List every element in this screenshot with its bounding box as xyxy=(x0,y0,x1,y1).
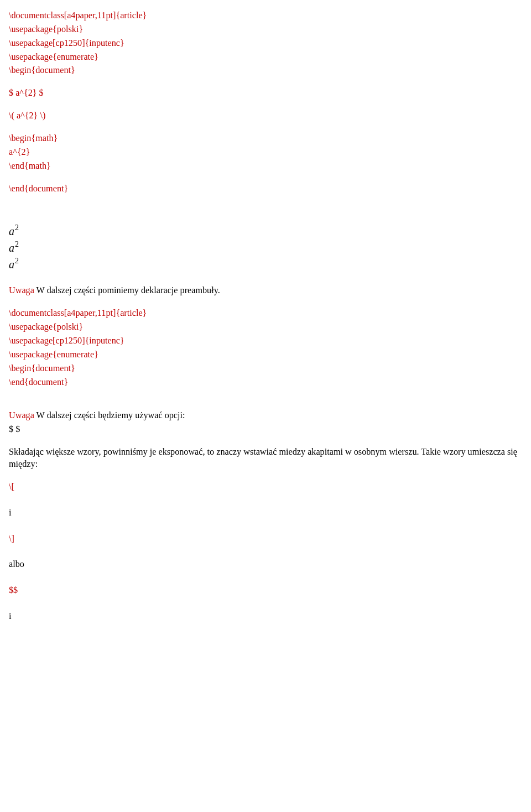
latex-preamble-block-2: \documentclass[a4paper,11pt]{article} \u… xyxy=(9,308,524,388)
math-base: a xyxy=(9,223,14,240)
text-i: i xyxy=(9,507,524,519)
code-line: \begin{document} xyxy=(9,65,524,77)
code-line: \end{document} xyxy=(9,183,524,195)
note-text: W dalszej części będziemy używać opcji: xyxy=(37,410,185,420)
code-line: \documentclass[a4paper,11pt]{article} xyxy=(9,308,524,320)
math-a-squared: a 2 xyxy=(9,223,524,240)
text-albo: albo xyxy=(9,559,524,571)
code-line: \usepackage[cp1250]{inputenc} xyxy=(9,335,524,347)
code-line: \end{math} xyxy=(9,160,524,173)
bracket-open: \[ xyxy=(9,481,524,493)
note-line: Uwaga W dalszej części pominiemy deklara… xyxy=(9,285,524,297)
code-line: \usepackage{enumerate} xyxy=(9,51,524,64)
code-line: \usepackage{polski} xyxy=(9,321,524,334)
code-line: \usepackage{enumerate} xyxy=(9,349,524,361)
code-line: \( a^{2} \) xyxy=(9,110,524,122)
math-superscript: 2 xyxy=(15,257,19,265)
note-prefix: Uwaga xyxy=(9,410,37,420)
code-line: \begin{math} xyxy=(9,133,524,145)
math-superscript: 2 xyxy=(15,241,19,248)
math-a-squared: a 2 xyxy=(9,256,524,273)
math-superscript: 2 xyxy=(15,224,19,232)
text-i: i xyxy=(9,611,524,623)
math-base: a xyxy=(9,256,14,273)
note-prefix: Uwaga xyxy=(9,285,37,295)
math-base: a xyxy=(9,240,14,256)
bracket-close: \] xyxy=(9,533,524,545)
code-line: \usepackage[cp1250]{inputenc} xyxy=(9,38,524,50)
latex-preamble-block-1: \documentclass[a4paper,11pt]{article} \u… xyxy=(9,10,524,195)
code-line: $ a^{2} $ xyxy=(9,87,524,100)
note-line: Uwaga W dalszej części będziemy używać o… xyxy=(9,410,524,422)
code-line: \usepackage{polski} xyxy=(9,24,524,36)
code-line: \end{document} xyxy=(9,377,524,389)
math-a-squared: a 2 xyxy=(9,240,524,256)
dollar-option: $ $ xyxy=(9,424,524,436)
body-paragraph: Składając większe wzory, powinniśmy je e… xyxy=(9,446,524,471)
rendered-math-group: a 2 a 2 a 2 xyxy=(9,223,524,273)
code-line: \begin{document} xyxy=(9,363,524,375)
double-dollar: $$ xyxy=(9,585,524,597)
code-line: a^{2} xyxy=(9,147,524,159)
code-line: \documentclass[a4paper,11pt]{article} xyxy=(9,10,524,22)
note-text: W dalszej części pominiemy deklaracje pr… xyxy=(37,285,220,295)
